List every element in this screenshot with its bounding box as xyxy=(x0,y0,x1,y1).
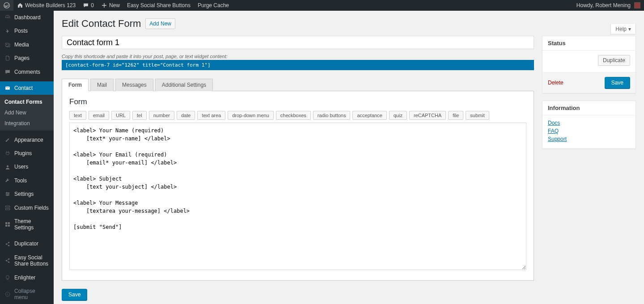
form-panel: Form textemailURLtelnumberdatetext aread… xyxy=(62,91,534,281)
svg-point-21 xyxy=(5,292,10,296)
sidebar-item-plugins[interactable]: Plugins xyxy=(0,147,54,160)
sidebar-item-settings[interactable]: Settings xyxy=(0,187,54,201)
submenu-item-integration[interactable]: Integration xyxy=(0,118,54,129)
tag-btn-checkboxes[interactable]: checkboxes xyxy=(276,111,311,120)
site-name[interactable]: Website Builders 123 xyxy=(13,0,79,11)
admin-sidebar: DashboardPostsMediaPagesCommentsContactC… xyxy=(0,11,54,304)
form-title-input[interactable] xyxy=(62,36,534,49)
user-greeting[interactable]: Howdy, Robert Mening xyxy=(573,0,644,11)
sidebar-submenu: Contact FormsAdd NewIntegration xyxy=(0,95,54,131)
sidebar-item-theme-settings[interactable]: Theme Settings xyxy=(0,215,54,235)
tag-btn-text-area[interactable]: text area xyxy=(197,111,225,120)
fields-icon xyxy=(4,205,11,211)
sidebar-item-label: Comments xyxy=(14,69,40,75)
sidebar-item-label: Posts xyxy=(14,28,28,34)
duplicate-button[interactable]: Duplicate xyxy=(598,55,630,66)
sidebar-item-label: Media xyxy=(14,42,29,48)
side-save-button[interactable]: Save xyxy=(605,77,630,89)
svg-rect-13 xyxy=(5,225,7,227)
sidebar-item-pages[interactable]: Pages xyxy=(0,51,54,65)
svg-point-2 xyxy=(7,165,8,167)
svg-rect-7 xyxy=(8,194,8,195)
tag-btn-tel[interactable]: tel xyxy=(132,111,147,120)
wp-logo[interactable] xyxy=(0,0,13,11)
home-icon xyxy=(17,2,23,8)
tab-additional-settings[interactable]: Additional Settings xyxy=(155,79,213,91)
sidebar-item-label: Theme Settings xyxy=(14,218,49,231)
sidebar-item-label: Plugins xyxy=(14,150,32,156)
comment-icon xyxy=(83,2,89,8)
sidebar-item-users[interactable]: Users xyxy=(0,160,54,173)
help-tab[interactable]: Help ▾ xyxy=(610,24,636,34)
tag-btn-quiz[interactable]: quiz xyxy=(389,111,407,120)
tag-buttons-row: textemailURLtelnumberdatetext areadrop-d… xyxy=(69,111,526,120)
pin-icon xyxy=(4,28,11,34)
sidebar-item-label: Users xyxy=(14,164,28,170)
tag-btn-number[interactable]: number xyxy=(149,111,174,120)
tag-btn-date[interactable]: date xyxy=(177,111,195,120)
tag-btn-acceptance[interactable]: acceptance xyxy=(352,111,386,120)
sidebar-item-custom-fields[interactable]: Custom Fields xyxy=(0,201,54,215)
tag-btn-url[interactable]: URL xyxy=(111,111,130,120)
information-postbox: Information DocsFAQSupport xyxy=(542,101,636,149)
panel-title: Form xyxy=(69,97,526,106)
tag-btn-text[interactable]: text xyxy=(69,111,86,120)
tab-form[interactable]: Form xyxy=(62,79,89,91)
shortcode-box[interactable]: [contact-form-7 id="1262" title="Contact… xyxy=(62,60,534,70)
sidebar-item-media[interactable]: Media xyxy=(0,38,54,51)
sidebar-item-dashboard[interactable]: Dashboard xyxy=(0,11,54,24)
collapse-icon xyxy=(4,291,11,297)
sidebar-item-easy-social-share-buttons[interactable]: Easy Social Share Buttons xyxy=(0,251,54,271)
tag-btn-radio-buttons[interactable]: radio buttons xyxy=(313,111,351,120)
tools-icon xyxy=(4,177,11,184)
form-body-textarea[interactable] xyxy=(69,122,526,270)
tag-btn-submit[interactable]: submit xyxy=(466,111,489,120)
info-link-faq[interactable]: FAQ xyxy=(548,128,630,134)
share2-icon xyxy=(4,258,11,264)
tab-messages[interactable]: Messages xyxy=(115,79,153,91)
content-area: Help ▾ Edit Contact Form Add New Copy th… xyxy=(54,11,644,304)
plugin-icon xyxy=(4,150,11,156)
page-title: Edit Contact Form xyxy=(62,18,141,30)
svg-rect-9 xyxy=(5,206,10,207)
bulb-icon xyxy=(4,274,11,281)
info-link-support[interactable]: Support xyxy=(548,136,630,142)
ess-buttons-link[interactable]: Easy Social Share Buttons xyxy=(123,0,194,11)
tag-btn-email[interactable]: email xyxy=(89,111,109,120)
comments-count[interactable]: 0 xyxy=(79,0,97,11)
svg-rect-6 xyxy=(6,192,7,194)
sidebar-item-posts[interactable]: Posts xyxy=(0,24,54,38)
collapse-menu[interactable]: Collapse menu xyxy=(0,284,54,304)
tag-btn-recaptcha[interactable]: reCAPTCHA xyxy=(409,111,446,120)
info-link-docs[interactable]: Docs xyxy=(548,120,630,126)
submenu-item-contact-forms[interactable]: Contact Forms xyxy=(0,97,54,107)
svg-rect-3 xyxy=(6,193,9,193)
brush-icon xyxy=(4,137,11,143)
sidebar-item-contact[interactable]: Contact xyxy=(0,81,54,95)
add-new-button[interactable]: Add New xyxy=(145,18,175,29)
sidebar-item-duplicator[interactable]: Duplicator xyxy=(0,237,54,250)
sidebar-item-label: Contact xyxy=(14,85,33,91)
delete-link[interactable]: Delete xyxy=(548,80,564,86)
sidebar-item-tools[interactable]: Tools xyxy=(0,174,54,187)
sidebar-item-label: Appearance xyxy=(14,137,43,143)
tag-btn-file[interactable]: file xyxy=(448,111,463,120)
status-title: Status xyxy=(542,36,636,51)
tab-mail[interactable]: Mail xyxy=(90,79,114,91)
sidebar-item-enlighter[interactable]: Enlighter xyxy=(0,271,54,284)
dashboard-icon xyxy=(4,14,11,21)
media-icon xyxy=(4,42,11,48)
sidebar-item-label: Duplicator xyxy=(14,241,38,247)
tag-btn-drop-down-menu[interactable]: drop-down menu xyxy=(228,111,274,120)
purge-cache-link[interactable]: Purge Cache xyxy=(194,0,233,11)
settings-icon xyxy=(4,191,11,197)
submenu-item-add-new[interactable]: Add New xyxy=(0,107,54,118)
sidebar-item-comments[interactable]: Comments xyxy=(0,65,54,79)
svg-rect-4 xyxy=(6,194,9,194)
sidebar-item-appearance[interactable]: Appearance xyxy=(0,133,54,147)
save-button[interactable]: Save xyxy=(62,289,87,300)
sidebar-item-label: Easy Social Share Buttons xyxy=(14,254,49,267)
new-content[interactable]: New xyxy=(97,0,123,11)
plus-icon xyxy=(101,2,107,8)
theme-icon xyxy=(4,221,11,228)
